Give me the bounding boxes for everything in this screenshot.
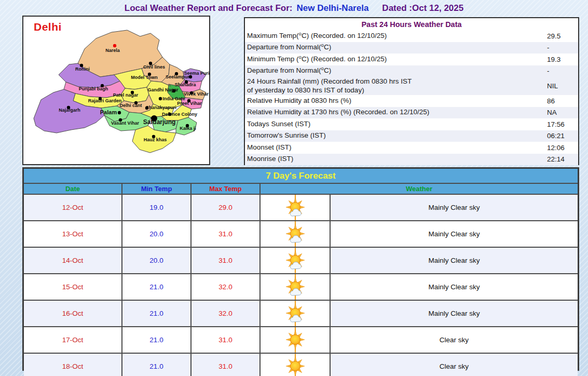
map-label-shahadra: Shahadra xyxy=(174,82,196,87)
table-row: Departure from Normal(⁰C) - xyxy=(245,65,578,77)
row-value: 12:06 xyxy=(547,144,578,152)
row-value: NIL xyxy=(547,82,578,90)
row-value: - xyxy=(547,67,578,75)
row-value: NA xyxy=(547,109,578,116)
forecast-row: 14-Oct 20.0 31.0 Mainly Clear sky xyxy=(24,247,578,273)
map-label-safdarjung: Safdarjung xyxy=(143,118,176,126)
forecast-row: 13-Oct 20.0 31.0 Mainly Clear sky xyxy=(24,220,578,247)
weather-icon-cell xyxy=(261,274,331,300)
forecast-min-temp: 21.0 xyxy=(122,274,192,300)
weather-report-page: Local Weather Report and Forecast For: N… xyxy=(0,0,588,376)
title-prefix: Local Weather Report and Forecast For: xyxy=(125,3,293,14)
table-row: Departure from Normal(⁰C) - xyxy=(245,42,578,54)
map-label-preet-vihar: Preet Vihar xyxy=(177,101,202,106)
forecast-max-temp: 31.0 xyxy=(192,354,261,376)
sun-icon xyxy=(284,354,307,376)
weather-icon-cell xyxy=(261,301,331,326)
weather-icon-cell xyxy=(261,354,331,376)
forecast-row: 18-Oct 21.0 31.0 Clear sky xyxy=(24,353,578,376)
forecast-date: 16-Oct xyxy=(24,301,122,326)
forecast-max-temp: 32.0 xyxy=(192,274,261,300)
map-dot-palam xyxy=(118,111,121,114)
forecast-min-temp: 19.0 xyxy=(122,195,192,220)
table-row: Relative Humidity at 0830 hrs (%) 86 xyxy=(245,95,578,107)
forecast-weather-text: Mainly Clear sky xyxy=(331,195,578,220)
map-label-civil-lines: Civil lines xyxy=(143,64,165,70)
map-label-patel-nagar: Patel nagar xyxy=(113,92,139,98)
forecast-date: 18-Oct xyxy=(24,354,122,376)
map-label-rajauri-garden: Rajauri Garden xyxy=(88,98,122,103)
forecast-min-temp: 20.0 xyxy=(122,248,192,273)
row-value: 22:14 xyxy=(547,155,578,163)
page-title: Local Weather Report and Forecast For: N… xyxy=(0,2,588,15)
map-label-chanakyapuri: Chanakyapuri xyxy=(145,105,176,110)
table-row: Minimum Temp (⁰C) (Recorded. on 12/10/25… xyxy=(245,53,578,65)
forecast-weather-text: Clear sky xyxy=(331,327,578,353)
title-location: New Delhi-Narela xyxy=(296,3,368,14)
row-label: Maximum Temp(⁰C) (Recorded. on 12/10/25) xyxy=(245,32,547,41)
map-label-vivek-vihar: Vivek Vihar xyxy=(184,91,209,97)
forecast-title: 7 Day's Forecast xyxy=(24,169,578,184)
forecast-max-temp: 31.0 xyxy=(192,248,261,273)
map-label-rohini: Rohini xyxy=(75,66,90,72)
forecast-min-temp: 21.0 xyxy=(122,327,192,353)
map-label-punjabi-bagh: Punjabi bagh xyxy=(79,86,108,91)
forecast-row: 12-Oct 19.0 29.0 Mainly Clear sky xyxy=(24,195,578,220)
map-dot-india-gate xyxy=(159,97,162,100)
forecast-weather-text: Clear sky xyxy=(331,354,578,376)
row-value: 86 xyxy=(547,97,578,105)
forecast-row: 17-Oct 21.0 31.0 Clear sky xyxy=(24,326,578,353)
forecast-min-temp: 20.0 xyxy=(122,221,192,247)
map-label-model-town: Model Town xyxy=(131,75,157,80)
table-row: 24 Hours Rainfall (mm) (Recorded from 08… xyxy=(245,77,578,95)
forecast-date: 17-Oct xyxy=(24,327,122,353)
row-label: Todays Sunset (IST) xyxy=(245,120,547,129)
row-label: Tomorrow's Sunrise (IST) xyxy=(245,131,547,140)
forecast-row: 15-Oct 21.0 32.0 Mainly Clear sky xyxy=(24,273,578,300)
map-dot-narela xyxy=(113,44,116,47)
row-label: Minimum Temp (⁰C) (Recorded. on 12/10/25… xyxy=(245,55,547,64)
past-24h-weather-table: Past 24 Hours Weather Data Maximum Temp(… xyxy=(244,17,579,165)
title-date: Dated :Oct 12, 2025 xyxy=(382,3,463,14)
sun-cloud-icon xyxy=(284,248,307,273)
map-label-kalka-ji: Kalka ji xyxy=(180,126,196,131)
row-label: Departure from Normal(⁰C) xyxy=(245,43,547,52)
forecast-column-headers: Date Min Temp Max Temp Weather xyxy=(24,184,578,195)
row-value: - xyxy=(547,44,578,51)
row-value: 17:56 xyxy=(547,120,578,128)
forecast-row: 16-Oct 21.0 32.0 Mainly Clear sky xyxy=(24,300,578,326)
weather-icon-cell xyxy=(261,327,331,353)
table-row: Moonrise (IST) 22:14 xyxy=(245,154,578,166)
map-label-narela: Narela xyxy=(105,48,120,53)
column-header-max-temp: Max Temp xyxy=(192,184,261,194)
row-value: 06:21 xyxy=(547,132,578,140)
map-label-najafgarh: Najafgarh xyxy=(59,108,80,113)
map-label-vasant-vihar: Vasant Vihar xyxy=(111,120,139,126)
forecast-weather-text: Mainly Clear sky xyxy=(331,248,578,273)
sun-icon xyxy=(284,327,307,353)
map-title: Delhi xyxy=(34,21,62,33)
table-row: Tomorrow's Sunrise (IST) 06:21 xyxy=(245,130,578,142)
weather-icon-cell xyxy=(261,195,331,220)
row-label: Moonset (IST) xyxy=(245,143,547,152)
row-value: 29.5 xyxy=(547,32,578,40)
weather-icon-cell xyxy=(261,221,331,247)
forecast-date: 12-Oct xyxy=(24,195,122,220)
forecast-body: 12-Oct 19.0 29.0 Mainly Clear sky 13-Oct… xyxy=(24,195,578,376)
delhi-map-panel: NarelaRohiniCivil linesModel TownSeelamp… xyxy=(22,16,210,165)
forecast-max-temp: 31.0 xyxy=(192,221,261,247)
sun-cloud-icon xyxy=(284,301,307,326)
row-value: 19.3 xyxy=(547,56,578,63)
map-label-delhi-cant: Delhi cant xyxy=(119,103,142,108)
map-label-defence-colony: Defence Colony xyxy=(162,112,197,117)
sun-cloud-icon xyxy=(284,195,307,220)
forecast-max-temp: 31.0 xyxy=(192,327,261,353)
table-row: Todays Sunset (IST) 17:56 xyxy=(245,118,578,130)
row-label: 24 Hours Rainfall (mm) (Recorded from 08… xyxy=(245,77,547,95)
sun-cloud-icon xyxy=(284,221,307,247)
column-header-min-temp: Min Temp xyxy=(122,184,192,194)
forecast-min-temp: 21.0 xyxy=(122,301,192,326)
forecast-weather-text: Mainly Clear sky xyxy=(331,274,578,300)
column-header-date: Date xyxy=(24,184,122,194)
forecast-max-temp: 32.0 xyxy=(192,301,261,326)
